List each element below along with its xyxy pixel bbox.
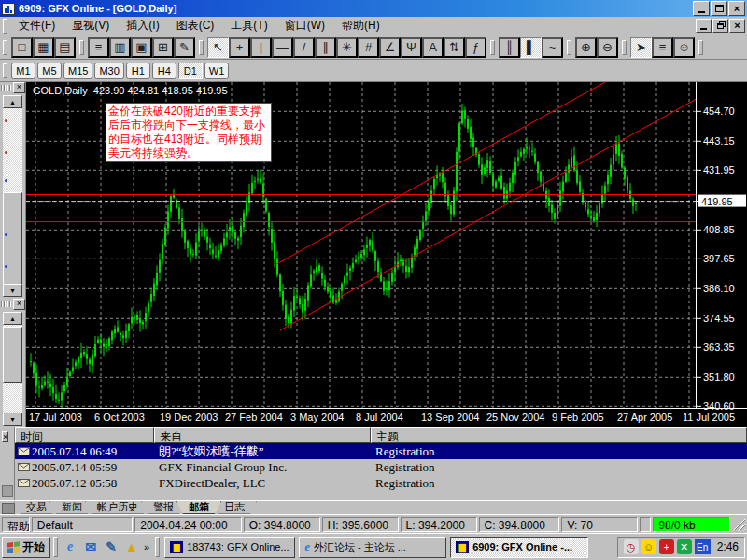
svg-text:351.80: 351.80 [703,371,735,383]
menu-item-t[interactable]: 工具(T) [222,16,275,35]
editor-icon: ✎ [179,40,190,54]
taskbar-divider[interactable] [155,537,160,557]
tab-mailbox[interactable]: 邮箱 [176,501,221,514]
arrow-shapes-icon: ⇅ [449,40,459,54]
scroll-up-icon[interactable]: ▲ [3,312,22,325]
data-window-button[interactable]: ▥ [109,37,131,58]
child-minimize-button[interactable] [696,19,712,33]
overflow-chevron-icon[interactable]: » [141,541,152,553]
arrow-shapes-button[interactable]: ⇅ [444,37,465,58]
scroll-up-icon[interactable]: ▲ [3,95,22,108]
language-indicator[interactable]: En [695,539,711,554]
save-button[interactable]: ▦ [33,37,54,58]
mail-table-body: 2005.07.14 06:49朗?“软姻沭嚄-徉黻”Registration2… [15,443,747,491]
task-button-183743[interactable]: ▆183743: GFX Online... [164,537,295,558]
gann-fan-button[interactable]: ✳ [336,37,358,58]
expert-advisor-button[interactable]: ☺ [673,37,695,58]
child-close-button[interactable]: × [729,19,745,33]
bar-chart-button[interactable]: ║ [499,37,520,58]
tab-account-history[interactable]: 帐户历史 [85,501,150,514]
line-chart-button[interactable]: ~ [542,37,563,58]
chart-annotation[interactable]: 金价在跌破420附近的重要支撑后后市将跌向下一支撑线，最小的目标也在413附近。… [106,103,272,162]
menu-item-c[interactable]: 图表(C) [168,16,223,35]
menu-item-v[interactable]: 显视(V) [63,16,118,35]
scrollbar-thumb[interactable] [3,192,22,286]
dock-panel-lower: × ▲ ▼ [0,299,26,427]
indicator-list-button[interactable]: ≡ [652,37,673,58]
panel-close-button[interactable]: × [13,299,25,310]
vertical-line-button[interactable]: | [250,37,272,58]
table-row[interactable]: 2005.07.14 06:49朗?“软姻沭嚄-徉黻”Registration [15,443,747,459]
shield-icon[interactable]: + [659,539,674,554]
fibo-fan-button[interactable]: ∠ [379,37,401,58]
money-triangle-icon[interactable]: ▲ [122,538,141,556]
scrollbar[interactable]: ▲ ▼ [3,312,22,426]
panel-close-button[interactable]: × [13,82,25,93]
messenger-icon[interactable]: ✕ [677,539,692,554]
menu-item-i[interactable]: 插入(I) [118,16,167,35]
status-datetime: 2004.04.24 00:00 [134,517,241,532]
text-label-button[interactable]: A [422,37,444,58]
timeframe-m15[interactable]: M15 [63,63,92,79]
column-header-2[interactable]: 主题 [371,427,747,443]
crosshair-button[interactable]: + [229,37,250,58]
scheduler-icon[interactable]: ◷ [624,539,639,554]
timeframe-m1[interactable]: M1 [11,63,35,79]
timeframe-m5[interactable]: M5 [37,63,62,79]
horizontal-line-button[interactable]: — [272,37,293,58]
show-desktop-icon[interactable]: ✎ [102,538,120,556]
timeframe-h4[interactable]: H4 [152,63,176,79]
minimize-button[interactable] [693,1,710,16]
timeframe-h1[interactable]: H1 [126,63,150,79]
child-restore-button[interactable] [712,19,728,33]
scroll-down-icon[interactable]: ▼ [3,284,22,297]
table-row[interactable]: 2005.07.14 05:59GFX Financial Group Inc.… [15,459,747,475]
task-button-forum[interactable]: e外汇论坛 - 主论坛 ... [299,537,446,558]
timeframe-d1[interactable]: D1 [178,63,203,79]
taskbar-divider[interactable] [53,537,58,557]
zoom-in-button[interactable]: ⊕ [575,37,597,58]
zoom-out-button[interactable]: ⊖ [597,37,618,58]
toolbar-grip[interactable] [3,40,7,55]
outlook-express-icon[interactable]: ✉ [81,538,100,556]
toolbar-grip[interactable] [3,19,7,34]
scrollbar-thumb[interactable] [3,327,22,383]
market-watch-button[interactable]: ≡ [88,37,109,58]
candlestick-chart-button[interactable]: ▌ [520,37,542,58]
task-button-6909[interactable]: ▆6909: GFX Online -... [450,537,588,558]
start-button[interactable]: 开始 [2,537,50,558]
close-button[interactable]: × [728,1,745,16]
task-label: 183743: GFX Online... [187,541,289,553]
new-chart-button[interactable]: □ [11,37,33,58]
toolbar-grip[interactable] [3,63,7,78]
resize-grip[interactable] [732,518,745,531]
maximize-button[interactable] [711,1,727,16]
menu-item-h[interactable]: 帮助(H) [333,16,388,35]
terminal-button[interactable]: ▣ [131,37,152,58]
panel-grip[interactable] [1,301,12,307]
trendline-button[interactable]: / [293,37,315,58]
panel-grip[interactable] [1,85,12,91]
menu-item-w[interactable]: 窗口(W) [276,16,333,35]
panel-close-button[interactable]: × [2,431,8,442]
menu-item-f[interactable]: 文件(F) [10,16,63,35]
pitchfork-button[interactable]: Ψ [401,37,422,58]
print-button[interactable]: ▤ [54,37,76,58]
fibo-grid-button[interactable]: # [358,37,379,58]
timeframe-m30[interactable]: M30 [94,63,123,79]
scroll-down-icon[interactable]: ▼ [3,413,22,426]
indicators-button[interactable]: ƒ [465,37,486,58]
column-header-0[interactable]: 时间 [15,427,154,443]
table-row[interactable]: 2005.07.12 05:58FXDirectDealer, LLCRegis… [15,475,747,491]
internet-explorer-icon[interactable]: e [61,538,79,556]
channel-button[interactable]: ∥ [315,37,336,58]
smiley-icon[interactable]: ☺ [641,539,656,554]
editor-button[interactable]: ✎ [174,37,195,58]
svg-text:8 Jul 2004: 8 Jul 2004 [356,412,403,423]
cursor-button[interactable]: ↖ [207,37,229,58]
timeframe-w1[interactable]: W1 [204,63,230,79]
chart-shift-button[interactable]: ➤ [630,37,652,58]
task-label: 外汇论坛 - 主论坛 ... [314,540,406,554]
new-order-button[interactable]: ⊞ [152,37,174,58]
column-header-1[interactable]: 来自 [154,427,371,443]
